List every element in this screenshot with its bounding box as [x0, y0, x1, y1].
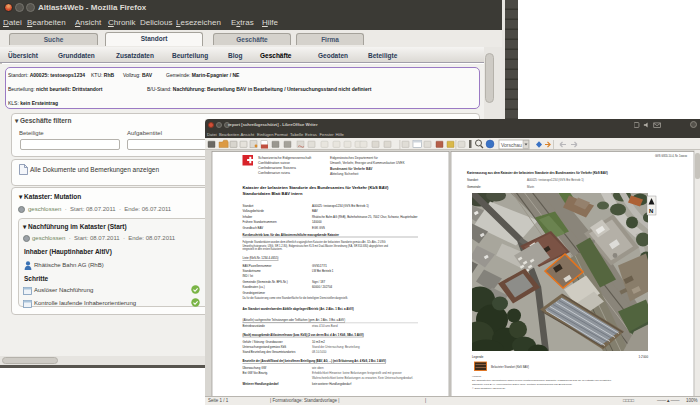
svg-text:Vollzugsbehörde: Vollzugsbehörde — [243, 209, 265, 213]
svg-text:Umwelt, Verkehr, Energie und K: Umwelt, Verkehr, Energie und Kommunikati… — [330, 161, 405, 165]
svg-text:(Aktuelle) sachgerechte Teilnu: (Aktuelle) sachgerechte Teilnutzungen od… — [243, 318, 346, 322]
svg-text:Abteilung Sicherheit: Abteilung Sicherheit — [330, 172, 358, 176]
svg-text:Folgende Standortdaten wurden: Folgende Standortdaten wurden dem öffent… — [243, 240, 386, 244]
svg-text:BAV: BAV — [312, 209, 318, 213]
svg-text:Kurzbeschrieb bzw. für das Alt: Kurzbeschrieb bzw. für das Altlastenrech… — [243, 233, 340, 237]
svg-text:140000: 140000 — [312, 220, 322, 224]
svg-text:Standortname: Standortname — [243, 269, 262, 273]
svg-text:Confederaziun svizra: Confederaziun svizra — [258, 171, 290, 175]
svg-text:Beurteilte der (Anzahl/Stand d: Beurteilte der (Anzahl/Stand der) betrof… — [243, 359, 387, 363]
svg-text:(Noch) massgebende Altlastenre: (Noch) massgebende Altlastenrelevanz (bz… — [243, 333, 364, 337]
svg-text:IND / Ist: IND / Ist — [243, 274, 254, 278]
svg-text:A00025: testoeops1234 (GVS Bst: A00025: testoeops1234 (GVS Bst Betrieb 1… — [527, 178, 584, 182]
svg-text:Gemeinde (Gemeinde-Nr. BFS-Nr.: Gemeinde (Gemeinde-Nr. BFS-Nr.) — [243, 280, 288, 284]
svg-text:Wahrscheinlichkeit keine Belas: Wahrscheinlichkeit keine Belastungen zu … — [312, 376, 413, 380]
svg-text:60000 / 202704: 60000 / 202704 — [312, 285, 332, 289]
svg-text:Gefahr / Störung: Grundwasser: Gefahr / Störung: Grundwasser — [243, 340, 283, 344]
svg-text:Umweltschutzgesetz, USG, SR 1.: Umweltschutzgesetz, USG, SR 1.2.80), Eid… — [243, 244, 389, 248]
svg-text:Erheblichkeit Hinweise: keine: Erheblichkeit Hinweise: keine Belastunge… — [312, 371, 402, 375]
svg-text:Liste (KbS-Nr. 1234.4-4655): Liste (KbS-Nr. 1234.4-4655) — [243, 256, 279, 260]
svg-text:© 2011 swisstopo (JD100042): © 2011 swisstopo (JD100042) — [472, 387, 506, 390]
svg-text:Vorschau: Vorschau — [501, 142, 522, 148]
svg-text:1:2’000: 1:2’000 — [639, 355, 649, 359]
svg-text:Standort:: Standort: — [467, 178, 479, 182]
svg-text:Schweizerische Eidgenossenscha: Schweizerische Eidgenossenschaft — [258, 156, 311, 160]
svg-text:Untersuchungsstand gemäss KbS: Untersuchungsstand gemäss KbS — [243, 345, 287, 349]
svg-text:Marin: Marin — [527, 185, 535, 189]
svg-text:Belasteter Standort (KbS BAV): Belasteter Standort (KbS BAV) — [491, 365, 529, 369]
svg-text:EGK GVS: EGK GVS — [312, 226, 325, 230]
svg-text:Confédération suisse: Confédération suisse — [258, 161, 290, 165]
svg-text:Confederazione Svizzera: Confederazione Svizzera — [258, 166, 296, 170]
svg-text:Bundesamt für Verkehr BAV: Bundesamt für Verkehr BAV — [330, 167, 373, 171]
svg-text:kein weiterer Handlungsbedarf: kein weiterer Handlungsbedarf — [312, 382, 351, 386]
svg-text:wie oben: wie oben — [312, 366, 324, 370]
svg-text:Kataster der belasteten Stando: Kataster der belasteten Standorte des Bu… — [243, 185, 390, 190]
svg-text:Legende: Legende — [472, 355, 484, 359]
svg-text:Hinweis:: Hinweis: — [472, 375, 482, 378]
svg-text:Eidgenössisches Departement fü: Eidgenössisches Departement für — [330, 156, 379, 160]
svg-text:Gemeinde:: Gemeinde: — [467, 185, 481, 189]
svg-text:GVS5177/1: GVS5177/1 — [312, 264, 327, 268]
svg-text:Stand Beurteilung des Gesamtst: Stand Beurteilung des Gesamtstandortes — [243, 350, 296, 354]
svg-text:Grundeigentümer: Grundeigentümer — [243, 291, 266, 295]
svg-text:08.10.5010: 08.10.5010 — [312, 350, 327, 354]
svg-text:Stand der Untersuchung: Beurte: Stand der Untersuchung: Beurteilung — [312, 345, 360, 349]
svg-text:Bst GW Vor-Beartg.: Bst GW Vor-Beartg. — [243, 371, 269, 375]
svg-text:LW Bst Betrieb 1: LW Bst Betrieb 1 — [312, 269, 334, 273]
svg-text:A00025: testoeops1234 (GVS Bst: A00025: testoeops1234 (GVS Bst Betrieb 1… — [312, 204, 369, 208]
svg-text:Da für die Katasterung come ei: Da für die Katasterung come eine Standor… — [243, 296, 349, 300]
svg-text:Inhaber: Inhaber — [243, 215, 253, 219]
svg-text:Kartenauszug aus dem Kataster: Kartenauszug aus dem Kataster der belast… — [467, 171, 608, 175]
svg-text:Am Standort wurden/werden Abfä: Am Standort wurden/werden Abfälle abgela… — [243, 307, 354, 311]
svg-text:Betriebszustände: Betriebszustände — [243, 324, 266, 328]
svg-text:Rhätische Bahn AG (RhB), Bahnh: Rhätische Bahn AG (RhB), Bahnhofstrasse … — [312, 215, 418, 219]
svg-text:eingestellt in den ersten Kata: eingestellt in den ersten Katastern. — [243, 247, 283, 251]
svg-text:Sign / 187: Sign / 187 — [312, 280, 325, 284]
svg-text:10 m3 m2: 10 m3 m2 — [312, 340, 325, 344]
svg-text:Standort: Standort — [243, 204, 254, 208]
svg-text:N: N — [649, 208, 653, 214]
svg-text:Überwachung GW: Überwachung GW — [243, 366, 267, 370]
svg-text:Standorte (KbS BAV) verzeichne: Standorte (KbS BAV) verzeichneten Daten … — [472, 383, 573, 386]
svg-text:Grundbuch BAV: Grundbuch BAV — [243, 226, 264, 230]
svg-text:Frühere Standortnummern: Frühere Standortnummern — [243, 220, 277, 224]
svg-text:Koordinaten (ca.): Koordinaten (ca.) — [243, 285, 265, 289]
svg-text:BAV-Parzellennummer: BAV-Parzellennummer — [243, 264, 272, 268]
svg-text:Standortdaten Blatt BAV intern: Standortdaten Blatt BAV intern — [243, 191, 303, 196]
svg-text:GVS GS55.10.4, Nr. 1xxxxx: GVS GS55.10.4, Nr. 1xxxxx — [655, 154, 688, 158]
svg-text:Weiterer Handlungsbedarf: Weiterer Handlungsbedarf — [243, 382, 279, 386]
svg-text:etwa 4.50 ans Band: etwa 4.50 ans Band — [312, 324, 338, 328]
